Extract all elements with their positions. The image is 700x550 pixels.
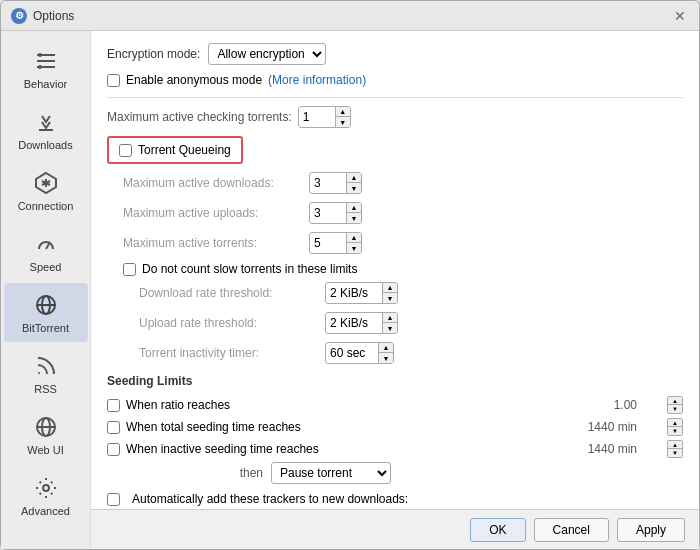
ratio-value: 1.00 — [614, 398, 637, 412]
max-checking-input[interactable] — [299, 108, 335, 126]
total-seed-row: When total seeding time reaches 1440 min… — [107, 418, 683, 436]
behavior-icon — [32, 47, 60, 75]
max-checking-label: Maximum active checking torrents: — [107, 110, 292, 124]
inactivity-down[interactable]: ▼ — [379, 353, 393, 363]
inactivity-row: Torrent inactivity timer: ▲ ▼ — [139, 342, 683, 364]
max-torrents-down[interactable]: ▼ — [347, 243, 361, 253]
trackers-row: Automatically add these trackers to new … — [107, 492, 683, 506]
svg-point-4 — [38, 65, 42, 69]
ratio-down[interactable]: ▼ — [668, 405, 682, 413]
speed-icon — [32, 230, 60, 258]
inactive-seed-up[interactable]: ▲ — [668, 441, 682, 449]
anon-label: Enable anonymous mode — [126, 73, 262, 87]
seeding-limits-title: Seeding Limits — [107, 374, 683, 388]
pause-select[interactable]: Pause torrent — [271, 462, 391, 484]
upload-rate-down[interactable]: ▼ — [383, 323, 397, 333]
max-downloads-btns: ▲ ▼ — [346, 173, 361, 193]
encryption-row: Encryption mode: Allow encryption — [107, 43, 683, 65]
max-downloads-input[interactable] — [310, 174, 346, 192]
download-rate-spinner: ▲ ▼ — [325, 282, 398, 304]
sidebar-item-advanced[interactable]: Advanced — [4, 466, 88, 525]
ok-button[interactable]: OK — [470, 518, 525, 542]
max-torrents-row: Maximum active torrents: ▲ ▼ — [123, 232, 683, 254]
then-label: then — [123, 466, 263, 480]
download-rate-down[interactable]: ▼ — [383, 293, 397, 303]
sidebar-item-webui[interactable]: Web UI — [4, 405, 88, 464]
download-rate-btns: ▲ ▼ — [382, 283, 397, 303]
max-downloads-label: Maximum active downloads: — [123, 176, 303, 190]
ratio-checkbox[interactable] — [107, 399, 120, 412]
torrent-queueing-label: Torrent Queueing — [138, 143, 231, 157]
ratio-up[interactable]: ▲ — [668, 397, 682, 405]
max-downloads-spinner: ▲ ▼ — [309, 172, 362, 194]
inactivity-input[interactable] — [326, 344, 378, 362]
advanced-icon — [32, 474, 60, 502]
apply-button[interactable]: Apply — [617, 518, 685, 542]
total-seed-spinner: ▲ ▼ — [667, 418, 683, 436]
sidebar-item-connection[interactable]: Connection — [4, 161, 88, 220]
window-icon: ⚙ — [11, 8, 27, 24]
window-title: Options — [33, 9, 74, 23]
inactivity-up[interactable]: ▲ — [379, 343, 393, 353]
total-seed-up[interactable]: ▲ — [668, 419, 682, 427]
sidebar-item-speed[interactable]: Speed — [4, 222, 88, 281]
max-downloads-row: Maximum active downloads: ▲ ▼ — [123, 172, 683, 194]
max-torrents-label: Maximum active torrents: — [123, 236, 303, 250]
max-checking-row: Maximum active checking torrents: ▲ ▼ — [107, 106, 683, 128]
max-uploads-up[interactable]: ▲ — [347, 203, 361, 213]
panel-content: Encryption mode: Allow encryption Enable… — [91, 31, 699, 509]
download-rate-label: Download rate threshold: — [139, 286, 319, 300]
sidebar-item-behavior[interactable]: Behavior — [4, 39, 88, 98]
torrent-queueing-checkbox[interactable] — [119, 144, 132, 157]
max-torrents-input[interactable] — [310, 234, 346, 252]
slow-torrents-checkbox[interactable] — [123, 263, 136, 276]
inactive-seed-down[interactable]: ▼ — [668, 449, 682, 457]
trackers-label: Automatically add these trackers to new … — [132, 492, 408, 506]
download-rate-row: Download rate threshold: ▲ ▼ — [139, 282, 683, 304]
download-rate-input[interactable] — [326, 284, 382, 302]
max-checking-up[interactable]: ▲ — [336, 107, 350, 117]
max-uploads-down[interactable]: ▼ — [347, 213, 361, 223]
max-torrents-spinner: ▲ ▼ — [309, 232, 362, 254]
max-downloads-down[interactable]: ▼ — [347, 183, 361, 193]
trackers-checkbox[interactable] — [107, 493, 120, 506]
upload-rate-btns: ▲ ▼ — [382, 313, 397, 333]
close-button[interactable]: ✕ — [671, 7, 689, 25]
seeding-section: Seeding Limits When ratio reaches 1.00 ▲… — [107, 374, 683, 484]
connection-icon — [32, 169, 60, 197]
sidebar-bittorrent-label: BitTorrent — [22, 322, 69, 334]
sidebar-connection-label: Connection — [18, 200, 74, 212]
inactive-seed-spinner: ▲ ▼ — [667, 440, 683, 458]
total-seed-checkbox[interactable] — [107, 421, 120, 434]
sidebar-item-downloads[interactable]: Downloads — [4, 100, 88, 159]
upload-rate-up[interactable]: ▲ — [383, 313, 397, 323]
main-panel: Encryption mode: Allow encryption Enable… — [91, 31, 699, 549]
more-info-link[interactable]: (More information) — [268, 73, 366, 87]
max-torrents-up[interactable]: ▲ — [347, 233, 361, 243]
max-checking-spinner: ▲ ▼ — [298, 106, 351, 128]
sidebar-item-rss[interactable]: RSS — [4, 344, 88, 403]
max-checking-down[interactable]: ▼ — [336, 117, 350, 127]
anon-row: Enable anonymous mode (More information) — [107, 73, 683, 87]
ratio-spinner: ▲ ▼ — [667, 396, 683, 414]
sidebar-speed-label: Speed — [30, 261, 62, 273]
upload-rate-input[interactable] — [326, 314, 382, 332]
slow-torrents-label: Do not count slow torrents in these limi… — [142, 262, 357, 276]
slow-torrents-row: Do not count slow torrents in these limi… — [123, 262, 683, 276]
then-row: then Pause torrent — [123, 462, 683, 484]
sidebar-item-bittorrent[interactable]: BitTorrent — [4, 283, 88, 342]
max-uploads-spinner: ▲ ▼ — [309, 202, 362, 224]
max-uploads-input[interactable] — [310, 204, 346, 222]
anon-checkbox[interactable] — [107, 74, 120, 87]
content-area: Behavior Downloads — [1, 31, 699, 549]
cancel-button[interactable]: Cancel — [534, 518, 609, 542]
rss-icon — [32, 352, 60, 380]
download-rate-up[interactable]: ▲ — [383, 283, 397, 293]
total-seed-down[interactable]: ▼ — [668, 427, 682, 435]
inactive-seed-checkbox[interactable] — [107, 443, 120, 456]
max-downloads-up[interactable]: ▲ — [347, 173, 361, 183]
sidebar-webui-label: Web UI — [27, 444, 63, 456]
max-uploads-row: Maximum active uploads: ▲ ▼ — [123, 202, 683, 224]
encryption-select[interactable]: Allow encryption — [208, 43, 326, 65]
divider1 — [107, 97, 683, 98]
